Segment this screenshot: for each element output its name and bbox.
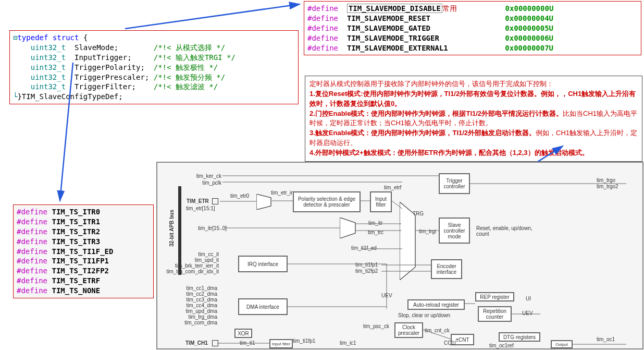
encoder-interface: Encoder interface	[431, 259, 462, 279]
line: uint32_t TriggerPolarity; /*!< 触发极性 */	[13, 63, 295, 73]
svg-marker-4	[340, 218, 355, 238]
tim-etrf: tim_etrf	[384, 185, 401, 190]
tim-com-dma: tim_com_dma	[179, 320, 217, 325]
irq-interface: IRQ interface	[238, 256, 288, 272]
tim-ti1fp1-out: tim_ti1fp1	[293, 338, 315, 344]
tim-ch1: TIM_CH1	[185, 340, 208, 346]
uev2-label: UEV	[522, 310, 533, 316]
clock-prescaler: Clock prescaler	[394, 322, 423, 338]
tim-psc-ck: tim_psc_ck	[363, 323, 389, 329]
tim-etr0: tim_etr0	[230, 193, 249, 199]
line: #define TIM_TS_NONE	[17, 286, 150, 296]
line: uint32_t InputTrigger; /*!< 输入触发TRGI */	[13, 53, 295, 63]
timer-block-diagram: 32-bit APB bus tim_ker_ck tim_pclk TIM_E…	[156, 162, 643, 349]
tim-trg-com-dir: tim_trg_com_dir_idx_it	[164, 269, 219, 274]
tim-trgi: tim_trgi	[419, 228, 436, 234]
tim-ker-ck: tim_ker_ck	[195, 173, 221, 179]
tim-cc4-dma: tim_cc4_dma	[181, 303, 217, 308]
ti1fp1: tim_ti1fp1	[355, 262, 378, 268]
dma-interface: DMA interface	[238, 298, 288, 315]
tim-cc2-dma: tim_cc2_dma	[181, 291, 217, 297]
dtg-registers: DTG registers	[499, 332, 540, 342]
desc-r1: 1.复位Reset模式:使用内部时钟作为时钟源，TI1/2外部有效信号复位计数器…	[309, 89, 638, 109]
input-filter-box: Input filter	[370, 191, 392, 212]
tim-ti1: tim_ti1	[240, 340, 255, 346]
input-filter2: Input filter	[269, 339, 293, 348]
line: #define TIM_TS_ETRF	[17, 276, 150, 286]
svg-line-0	[125, 4, 300, 29]
desc-intro: 定时器从模式控制器用于接收除了内部时钟外的信号，该信号用于完成如下控制：	[309, 79, 638, 89]
auto-reload-reg: Auto-reload register	[407, 299, 465, 310]
output-box: Output	[551, 340, 573, 348]
line: ⊟typedef struct {	[13, 33, 295, 43]
line: #define TIM_SLAVEMODE_TRIGGER 0x00000006…	[307, 33, 638, 43]
line: uint32_t SlaveMode; /*!< 从模式选择 */	[13, 43, 295, 53]
tim-etr-label: TIM_ETR	[187, 198, 209, 204]
tim-cnt-ck: tim_cnt_ck	[425, 328, 450, 333]
polarity-box: Polarity selection & edge detector & pre…	[293, 191, 361, 212]
tim-cc-it: tim_cc_it	[182, 251, 219, 257]
desc-r3: 3.触发Enable模式：使用内部时钟作为时钟源，TI1/2外部触发启动计数器。…	[309, 128, 638, 148]
desc-r4: 4.外部时钟模式2+触发模式：使用外部ETR作为时钟源，配合其他（1,2,3）的…	[309, 148, 638, 158]
svg-marker-3	[256, 194, 271, 210]
tim-oc1: tim_oc1	[597, 336, 615, 342]
slavemode-defines-box: #define TIM_SLAVEMODE_DISABLE常用 0x000000…	[304, 1, 641, 55]
line: #define TIM_SLAVEMODE_EXTERNAL1 0x000000…	[307, 43, 638, 53]
rep-counter: Repetition counter	[478, 306, 512, 322]
tim-itr-sig: tim_itr	[368, 220, 382, 226]
trigger-controller: Trigger controller	[439, 173, 470, 194]
slave-controller: Slave controller mode	[439, 218, 470, 244]
line: #define TIM_SLAVEMODE_RESET 0x00000004U	[307, 14, 638, 23]
line: #define TIM_TS_ITR1	[17, 217, 150, 227]
desc-r2: 2.门控Enable模式：使用内部时钟作为时钟源，根据TI1/2外部电平情况运行…	[309, 109, 638, 129]
line: uint32_t TriggerFilter; /*!< 触发滤波 */	[13, 82, 295, 92]
line: #define TIM_SLAVEMODE_DISABLE常用 0x000000…	[307, 4, 638, 14]
line: #define TIM_TS_ITR3	[17, 237, 150, 247]
rep-register: REP register	[475, 292, 514, 301]
line: #define TIM_TS_ITR0	[17, 207, 150, 217]
line: #define TIM_TS_ITR2	[17, 227, 150, 237]
tim-oc1ref: tim_oc1ref	[489, 343, 514, 348]
ts-defines-box: #define TIM_TS_ITR0 #define TIM_TS_ITR1 …	[13, 204, 154, 298]
ch1-pad	[212, 340, 218, 346]
tim-itr: tim_itr[15..0]	[198, 225, 227, 231]
line: #define TIM_TS_TI1FP1	[17, 256, 150, 266]
tim-trgo: tim_trgo	[597, 177, 615, 183]
tim-trg-dma: tim_trg_dma	[181, 314, 217, 320]
uev-label: UEV	[381, 293, 392, 298]
tim-trgo2: tim_trgo2	[597, 184, 618, 189]
struct-code-box: ⊟typedef struct { uint32_t SlaveMode; /*…	[9, 30, 299, 104]
tim-cc3-dma: tim_cc3_dma	[181, 297, 217, 303]
tim-pclk: tim_pclk	[202, 180, 221, 186]
tim-trc: tim_trc	[368, 230, 383, 235]
slavemode-description: 定时器从模式控制器用于接收除了内部时钟外的信号，该信号用于完成如下控制： 1.复…	[305, 76, 642, 162]
tim-brk-terr: tim_brk_terr_ierr_it	[168, 263, 219, 269]
ti1f-ed: tim_ti1f_ed	[351, 245, 377, 251]
arrow-slavemode-to-defines	[120, 0, 307, 31]
tim-upd-it: tim_upd_it	[179, 257, 219, 263]
xor-box: XOR	[234, 329, 252, 338]
ti2fp2: tim_ti2fp2	[355, 268, 378, 274]
cc1i: CC1I	[444, 340, 456, 346]
tim-cc1-dma: tim_cc1_dma	[181, 285, 217, 291]
tim-upd-dma: tim_upd_dma	[179, 308, 217, 314]
etr-pad	[212, 198, 218, 204]
ui-label: UI	[526, 296, 531, 301]
line: #define TIM_TS_TI2FP2	[17, 266, 150, 276]
line: #define TIM_TS_TI1F_ED	[17, 247, 150, 257]
mux-etr	[256, 194, 277, 210]
line: └}TIM_SlaveConfigTypeDef;	[13, 92, 295, 102]
line: uint32_t TriggerPrescaler; /*!< 触发预分频 */	[13, 73, 295, 82]
line: #define TIM_SLAVEMODE_GATED 0x00000005U	[307, 23, 638, 33]
tim-ic1: tim_ic1	[340, 340, 356, 346]
apb-bus-label: 32-bit APB bus	[169, 210, 175, 247]
trg-label: TRG	[413, 211, 424, 216]
tim-etr15: tim_etr[15:1]	[186, 206, 215, 211]
reset-enable-label: Reset, enable, up/down, count	[476, 225, 539, 237]
stop-clear: Stop, clear or up/down	[398, 312, 450, 318]
mux-itr	[340, 218, 361, 238]
